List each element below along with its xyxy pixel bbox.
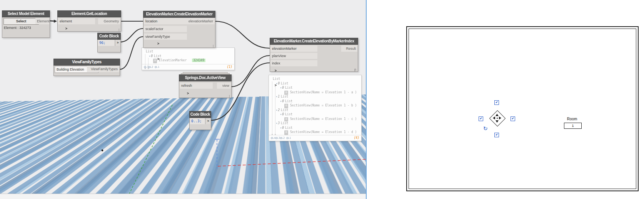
elevation-checkbox-bottom[interactable]: ✔ <box>494 133 499 137</box>
dynamo-canvas[interactable]: Select Model Element Select Element Elem… <box>0 0 366 199</box>
view-crop-region[interactable] <box>406 26 639 191</box>
node-element-getlocation[interactable]: Element.GetLocation element > Geometry | <box>57 10 121 32</box>
port-label: viewFamilyType <box>145 35 170 39</box>
port-label: planView <box>272 54 286 58</box>
elevation-arrow-west <box>493 116 495 120</box>
node-springs-doc-activeview[interactable]: Springs.Doc.ActiveView refresh > view | <box>179 74 232 98</box>
code-text[interactable]: 0..3; <box>190 118 205 124</box>
node-title[interactable]: Element.GetLocation <box>57 10 121 17</box>
node-title[interactable]: Select Model Element <box>2 10 50 17</box>
code-text[interactable]: 96; <box>98 40 114 46</box>
port-arrow-icon: > <box>157 56 159 62</box>
node-title[interactable]: Code Block <box>97 33 121 40</box>
node-title[interactable]: Code Block <box>189 111 211 118</box>
port-location-input[interactable]: location > <box>144 18 187 24</box>
port-planview-input[interactable]: planView > <box>270 53 317 59</box>
node-create-elevation-marker[interactable]: ElevationMarker.CreateElevationMarker lo… <box>143 11 215 48</box>
port-label: scaleFactor <box>145 27 164 31</box>
elevation-arrow-south <box>496 120 499 123</box>
port-output[interactable]: > <box>115 40 120 46</box>
node-title[interactable]: ElevationMarker.CreateElevationByMarkerI… <box>270 38 358 45</box>
selected-element-value: Element : 324273 <box>4 26 31 30</box>
port-output[interactable]: > <box>205 118 210 124</box>
pane-splitter[interactable] <box>366 0 367 199</box>
lacing-indicator[interactable]: ||\ <box>354 68 356 71</box>
port-label: element <box>60 19 72 23</box>
elevation-checkbox-left[interactable]: ✔ <box>479 116 483 121</box>
elevation-checkbox-top[interactable]: ✔ <box>494 100 499 105</box>
port-label: location <box>145 19 157 23</box>
node-code-block-range[interactable]: Code Block 0..3; > <box>189 111 211 130</box>
port-arrow-icon: > <box>65 25 67 32</box>
lacing-indicator[interactable]: | <box>229 94 230 97</box>
port-label: index <box>272 61 280 65</box>
port-scalefactor-input[interactable]: scaleFactor > <box>144 26 187 32</box>
port-arrow-icon: > <box>187 90 189 96</box>
horizontal-scrollbar[interactable] <box>0 194 366 199</box>
port-label: elevationMarker <box>272 47 297 51</box>
port-elevationmarker-output[interactable]: elevationMarker <box>185 18 215 24</box>
port-geometry-output[interactable]: Geometry <box>98 18 120 24</box>
wire-marker-to-bymarkerindex[interactable] <box>215 21 270 48</box>
port-result-output[interactable]: Result <box>341 46 357 52</box>
elevation-arrow-east <box>499 116 501 120</box>
axis-red <box>218 159 366 166</box>
axis-green <box>127 105 172 198</box>
app-screen: Select Model Element Select Element Elem… <box>0 0 644 199</box>
lacing-indicator[interactable]: | <box>213 44 214 47</box>
wire-codeblock96-to-scalefactor[interactable] <box>120 29 143 42</box>
node-select-model-element[interactable]: Select Model Element Select Element Elem… <box>2 10 50 38</box>
port-viewfamilytypes-output[interactable]: ViewFamilyTypes <box>87 66 119 72</box>
elevation-marker-center <box>497 118 498 119</box>
elevation-arrow-north <box>496 114 499 116</box>
port-element-input[interactable]: element > <box>58 18 95 24</box>
elevation-checkbox-right[interactable]: ✔ <box>511 116 515 121</box>
wire-view-to-planview[interactable] <box>231 56 270 87</box>
port-arrow-icon: > <box>157 40 159 47</box>
node-code-block-96[interactable]: Code Block 96; > <box>97 33 121 52</box>
port-index-input[interactable]: index > <box>270 60 317 66</box>
node-title[interactable]: ViewFamilyTypes <box>53 59 120 66</box>
node-title[interactable]: ElevationMarker.CreateElevationMarker <box>143 11 215 18</box>
port-viewfamilytype-input[interactable]: viewFamilyType > <box>144 34 187 40</box>
node-title[interactable]: Springs.Doc.ActiveView <box>179 74 232 81</box>
room-tag-label[interactable]: Room <box>561 117 584 121</box>
port-element-output[interactable]: Element <box>35 18 49 24</box>
port-refresh-input[interactable]: refresh > <box>180 83 213 89</box>
view-crop-region-inner <box>409 29 636 189</box>
node-viewfamilytypes[interactable]: ViewFamilyTypes Building Elevation ▾ Vie… <box>53 59 120 76</box>
lacing-indicator[interactable]: | <box>118 28 119 31</box>
port-view-output[interactable]: view <box>217 83 231 89</box>
select-button[interactable]: Select <box>3 18 39 25</box>
room-tag-number[interactable]: 1 <box>564 123 582 129</box>
wire-arrowhead <box>54 20 57 23</box>
rotate-icon[interactable]: ↻ <box>483 126 488 131</box>
node-create-elevation-by-marker-index[interactable]: ElevationMarker.CreateElevationByMarkerI… <box>270 38 358 72</box>
port-elevationmarker-input[interactable]: elevationMarker > <box>270 46 317 52</box>
dropdown-value: Building Elevation <box>57 67 84 71</box>
port-label: refresh <box>181 84 192 88</box>
revit-plan-view[interactable]: ✔ ✔ ✔ ✔ ↻ Room 1 <box>367 0 644 199</box>
origin-point <box>102 150 103 152</box>
port-arrow-icon: > <box>275 67 277 74</box>
port-arrow-icon: > <box>275 82 277 88</box>
